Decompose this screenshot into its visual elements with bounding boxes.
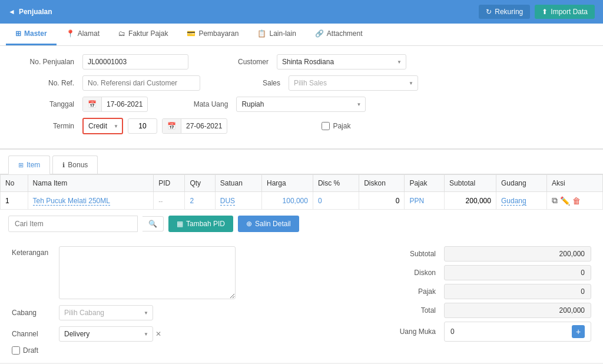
col-aksi: Aksi bbox=[546, 175, 602, 192]
inner-tab-item[interactable]: ⊞ Item bbox=[8, 155, 50, 174]
pajak-checkbox[interactable] bbox=[322, 122, 330, 130]
cell-qty: 2 bbox=[185, 192, 215, 210]
faktur-icon: 🗂 bbox=[118, 29, 125, 38]
col-subtotal: Subtotal bbox=[445, 175, 496, 192]
summary-uang-muka-label: Uang Muka bbox=[385, 327, 444, 336]
col-gudang: Gudang bbox=[496, 175, 546, 192]
rekuring-button[interactable]: ↻ Rekuring bbox=[479, 5, 530, 19]
item-tab-label: Item bbox=[26, 161, 40, 169]
col-no: No bbox=[1, 175, 28, 192]
termin-label: Termin bbox=[12, 122, 82, 130]
col-nama-item: Nama Item bbox=[28, 175, 154, 192]
summary-subtotal-value: 200,000 bbox=[444, 246, 591, 262]
tab-faktur-pajak[interactable]: 🗂 Faktur Pajak bbox=[109, 24, 177, 45]
col-diskon: Diskon bbox=[359, 175, 405, 192]
summary-total-label: Total bbox=[385, 306, 444, 315]
cell-no: 1 bbox=[1, 192, 28, 210]
salin-detail-button[interactable]: ⊕ Salin Detail bbox=[238, 216, 299, 232]
form-row-termin: Termin Credit 📅 27-06-2021 Pajak bbox=[12, 118, 591, 134]
edit-icon[interactable]: ✏️ bbox=[560, 196, 570, 206]
search-button[interactable]: 🔍 bbox=[143, 216, 164, 231]
mata-uang-select-wrapper: Rupiah bbox=[236, 97, 366, 112]
col-disc-pct: Disc % bbox=[313, 175, 359, 192]
summary-total-value: 200,000 bbox=[444, 303, 591, 318]
termin-type-select[interactable]: Credit bbox=[82, 118, 123, 134]
summary-total-row: Total 200,000 bbox=[385, 303, 591, 318]
import-button[interactable]: ⬆ Import Data bbox=[535, 5, 595, 19]
draft-checkbox[interactable] bbox=[12, 346, 20, 355]
termin-type-wrapper: Credit bbox=[82, 118, 123, 134]
termin-days-input[interactable] bbox=[128, 118, 157, 134]
cell-harga: 100,000 bbox=[262, 192, 313, 210]
cabang-select[interactable]: Pilih Cabang bbox=[59, 305, 153, 320]
mata-uang-select[interactable]: Rupiah bbox=[236, 97, 366, 112]
rekuring-label: Rekuring bbox=[495, 8, 523, 16]
top-header: ◄ Penjualan ↻ Rekuring ⬆ Import Data bbox=[0, 0, 603, 24]
no-ref-label: No. Ref. bbox=[12, 79, 82, 87]
table-row: 1 Teh Pucuk Melati 250ML -- 2 DUS 100,00… bbox=[1, 192, 603, 210]
form-row-no-ref: No. Ref. Sales Pilih Sales bbox=[12, 75, 591, 91]
tanggal-input[interactable]: 📅 17-06-2021 bbox=[82, 97, 148, 112]
tab-alamat[interactable]: 📍 Alamat bbox=[57, 24, 109, 45]
draft-row: Draft bbox=[12, 346, 373, 355]
channel-select[interactable]: Delivery bbox=[59, 326, 153, 342]
customer-select-wrapper: Shinta Rosdiana bbox=[277, 54, 406, 70]
col-qty: Qty bbox=[185, 175, 215, 192]
sales-select-wrapper: Pilih Sales bbox=[289, 75, 418, 91]
item-link[interactable]: Teh Pucuk Melati 250ML bbox=[33, 197, 110, 206]
summary-pajak-value: 0 bbox=[444, 284, 591, 299]
search-input[interactable] bbox=[8, 216, 138, 232]
cell-pajak: PPN bbox=[405, 192, 445, 210]
tab-attachment[interactable]: 🔗 Attachment bbox=[306, 24, 372, 45]
channel-row: Channel Delivery ✕ bbox=[12, 326, 373, 342]
bonus-tab-icon: ℹ bbox=[62, 161, 65, 169]
tab-alamat-label: Alamat bbox=[78, 29, 100, 38]
master-icon: ⊞ bbox=[15, 29, 21, 38]
sales-select[interactable]: Pilih Sales bbox=[289, 75, 418, 91]
pajak-checkbox-label[interactable]: Pajak bbox=[322, 122, 350, 130]
col-pid: PID bbox=[154, 175, 185, 192]
channel-select-wrapper: Delivery bbox=[59, 326, 153, 342]
termin-calendar-icon: 📅 bbox=[163, 119, 181, 133]
keterangan-textarea[interactable] bbox=[59, 246, 236, 299]
satuan-link[interactable]: DUS bbox=[220, 197, 235, 206]
gudang-link[interactable]: Gudang bbox=[501, 197, 526, 206]
import-label: Import Data bbox=[551, 8, 588, 16]
pajak-checkbox-container: Pajak bbox=[322, 122, 350, 130]
no-ref-input[interactable] bbox=[82, 75, 200, 91]
termin-date-value: 27-06-2021 bbox=[181, 119, 227, 133]
no-penjualan-input[interactable] bbox=[82, 54, 188, 70]
customer-select[interactable]: Shinta Rosdiana bbox=[277, 54, 406, 70]
cell-diskon: 0 bbox=[359, 192, 405, 210]
summary-pajak-row: Pajak 0 bbox=[385, 284, 591, 299]
tab-master[interactable]: ⊞ Master bbox=[6, 24, 57, 45]
table-section: No Nama Item PID Qty Satuan Harga Disc %… bbox=[0, 174, 603, 210]
alamat-icon: 📍 bbox=[66, 29, 75, 38]
cell-subtotal: 200,000 bbox=[445, 192, 496, 210]
tambah-pid-button[interactable]: ▦ Tambah PID bbox=[168, 216, 233, 232]
bonus-tab-label: Bonus bbox=[68, 161, 88, 169]
tambah-pid-icon: ▦ bbox=[177, 220, 183, 228]
termin-date-wrapper[interactable]: 📅 27-06-2021 bbox=[162, 118, 227, 134]
inner-tabs: ⊞ Item ℹ Bonus bbox=[0, 150, 603, 174]
channel-clear-icon[interactable]: ✕ bbox=[155, 330, 161, 338]
draft-label: Draft bbox=[23, 346, 38, 355]
mata-uang-label: Mata Uang bbox=[171, 100, 236, 108]
customer-section: Customer Shinta Rosdiana bbox=[212, 54, 591, 70]
tab-lain-lain[interactable]: 📋 Lain-lain bbox=[248, 24, 305, 45]
tanggal-value: 17-06-2021 bbox=[102, 97, 147, 111]
summary-uang-muka-row: Uang Muka 0 + bbox=[385, 322, 591, 342]
pajak-section: Pajak bbox=[251, 122, 591, 130]
copy-icon[interactable]: ⧉ bbox=[552, 196, 558, 206]
summary-subtotal-row: Subtotal 200,000 bbox=[385, 246, 591, 262]
tab-master-label: Master bbox=[24, 29, 47, 38]
attachment-icon: 🔗 bbox=[315, 29, 324, 38]
inner-tab-bonus[interactable]: ℹ Bonus bbox=[52, 155, 98, 174]
uang-muka-plus-button[interactable]: + bbox=[572, 325, 585, 338]
tab-bar: ⊞ Master 📍 Alamat 🗂 Faktur Pajak 💳 Pemba… bbox=[0, 24, 603, 46]
tab-pembayaran[interactable]: 💳 Pembayaran bbox=[177, 24, 248, 45]
delete-icon[interactable]: 🗑 bbox=[572, 196, 581, 206]
summary-uang-muka-value: 0 + bbox=[444, 322, 591, 342]
back-icon[interactable]: ◄ bbox=[8, 8, 15, 16]
channel-label: Channel bbox=[12, 330, 59, 338]
